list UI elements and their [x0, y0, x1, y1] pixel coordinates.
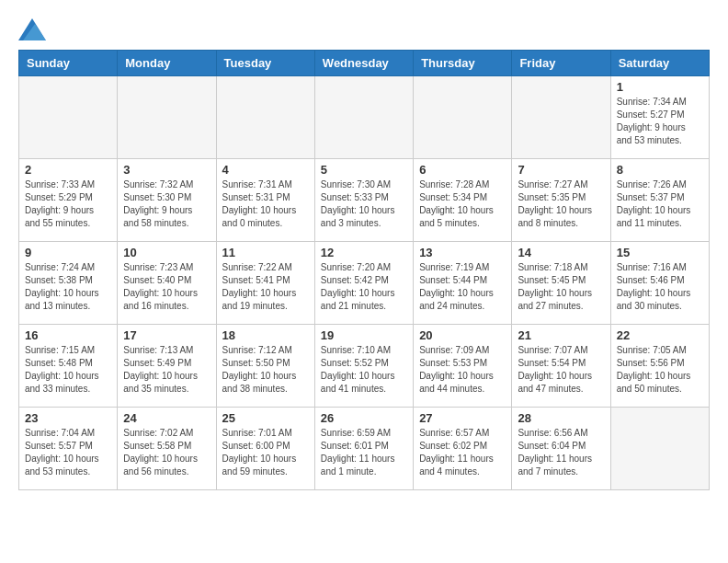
day-number: 7: [518, 163, 604, 177]
day-info: Sunrise: 7:20 AM Sunset: 5:42 PM Dayligh…: [321, 261, 407, 313]
day-info: Sunrise: 7:13 AM Sunset: 5:49 PM Dayligh…: [123, 344, 210, 396]
day-number: 13: [419, 246, 506, 259]
calendar-cell: 24Sunrise: 7:02 AM Sunset: 5:58 PM Dayli…: [118, 408, 216, 490]
page-header: [18, 18, 710, 40]
calendar-cell: 19Sunrise: 7:10 AM Sunset: 5:52 PM Dayli…: [314, 325, 413, 408]
calendar-cell: 6Sunrise: 7:28 AM Sunset: 5:34 PM Daylig…: [414, 159, 512, 242]
day-number: 26: [321, 411, 407, 425]
calendar-cell: 25Sunrise: 7:01 AM Sunset: 6:00 PM Dayli…: [216, 408, 314, 490]
week-row-3: 9Sunrise: 7:24 AM Sunset: 5:38 PM Daylig…: [19, 242, 710, 325]
day-number: 28: [518, 411, 604, 425]
day-info: Sunrise: 7:31 AM Sunset: 5:31 PM Dayligh…: [222, 178, 309, 230]
day-number: 4: [222, 163, 309, 177]
day-number: 24: [123, 411, 210, 425]
calendar-cell: [314, 76, 413, 159]
calendar-cell: 26Sunrise: 6:59 AM Sunset: 6:01 PM Dayli…: [314, 408, 413, 490]
week-row-5: 23Sunrise: 7:04 AM Sunset: 5:57 PM Dayli…: [19, 408, 710, 490]
calendar-cell: 10Sunrise: 7:23 AM Sunset: 5:40 PM Dayli…: [118, 242, 216, 325]
day-info: Sunrise: 7:19 AM Sunset: 5:44 PM Dayligh…: [419, 261, 506, 313]
calendar-cell: 7Sunrise: 7:27 AM Sunset: 5:35 PM Daylig…: [512, 159, 610, 242]
day-info: Sunrise: 7:09 AM Sunset: 5:53 PM Dayligh…: [419, 344, 506, 396]
day-info: Sunrise: 7:33 AM Sunset: 5:29 PM Dayligh…: [25, 178, 111, 230]
day-info: Sunrise: 7:02 AM Sunset: 5:58 PM Dayligh…: [123, 427, 210, 478]
calendar-cell: 12Sunrise: 7:20 AM Sunset: 5:42 PM Dayli…: [314, 242, 413, 325]
calendar-cell: 28Sunrise: 6:56 AM Sunset: 6:04 PM Dayli…: [512, 408, 610, 490]
calendar-header: SundayMondayTuesdayWednesdayThursdayFrid…: [19, 51, 710, 76]
day-info: Sunrise: 7:04 AM Sunset: 5:57 PM Dayligh…: [25, 427, 111, 478]
day-number: 6: [419, 163, 506, 177]
day-number: 10: [123, 246, 210, 259]
day-info: Sunrise: 7:24 AM Sunset: 5:38 PM Dayligh…: [25, 261, 111, 313]
calendar-cell: 23Sunrise: 7:04 AM Sunset: 5:57 PM Dayli…: [19, 408, 118, 490]
calendar-cell: 15Sunrise: 7:16 AM Sunset: 5:46 PM Dayli…: [610, 242, 709, 325]
calendar-cell: 9Sunrise: 7:24 AM Sunset: 5:38 PM Daylig…: [19, 242, 118, 325]
day-number: 8: [617, 163, 703, 177]
calendar-cell: 13Sunrise: 7:19 AM Sunset: 5:44 PM Dayli…: [414, 242, 512, 325]
day-info: Sunrise: 7:30 AM Sunset: 5:33 PM Dayligh…: [321, 178, 407, 230]
calendar-cell: 4Sunrise: 7:31 AM Sunset: 5:31 PM Daylig…: [216, 159, 314, 242]
day-number: 27: [419, 411, 506, 425]
calendar-cell: [414, 76, 512, 159]
calendar-cell: 14Sunrise: 7:18 AM Sunset: 5:45 PM Dayli…: [512, 242, 610, 325]
week-row-4: 16Sunrise: 7:15 AM Sunset: 5:48 PM Dayli…: [19, 325, 710, 408]
calendar-cell: 3Sunrise: 7:32 AM Sunset: 5:30 PM Daylig…: [118, 159, 216, 242]
logo: [18, 18, 50, 40]
weekday-monday: Monday: [118, 51, 216, 76]
week-row-2: 2Sunrise: 7:33 AM Sunset: 5:29 PM Daylig…: [19, 159, 710, 242]
calendar-cell: 27Sunrise: 6:57 AM Sunset: 6:02 PM Dayli…: [414, 408, 512, 490]
calendar-cell: 22Sunrise: 7:05 AM Sunset: 5:56 PM Dayli…: [610, 325, 709, 408]
calendar-cell: 20Sunrise: 7:09 AM Sunset: 5:53 PM Dayli…: [414, 325, 512, 408]
calendar-cell: 8Sunrise: 7:26 AM Sunset: 5:37 PM Daylig…: [610, 159, 709, 242]
day-number: 11: [222, 246, 309, 259]
day-number: 22: [617, 328, 703, 342]
logo-icon: [18, 18, 46, 40]
calendar-cell: 11Sunrise: 7:22 AM Sunset: 5:41 PM Dayli…: [216, 242, 314, 325]
day-number: 25: [222, 411, 309, 425]
day-number: 3: [123, 163, 210, 177]
day-info: Sunrise: 7:15 AM Sunset: 5:48 PM Dayligh…: [25, 344, 111, 396]
calendar-cell: 21Sunrise: 7:07 AM Sunset: 5:54 PM Dayli…: [512, 325, 610, 408]
calendar-cell: 2Sunrise: 7:33 AM Sunset: 5:29 PM Daylig…: [19, 159, 118, 242]
day-info: Sunrise: 7:01 AM Sunset: 6:00 PM Dayligh…: [222, 427, 309, 478]
day-number: 12: [321, 246, 407, 259]
calendar-body: 1Sunrise: 7:34 AM Sunset: 5:27 PM Daylig…: [19, 76, 710, 490]
day-info: Sunrise: 7:18 AM Sunset: 5:45 PM Dayligh…: [518, 261, 604, 313]
calendar-cell: 17Sunrise: 7:13 AM Sunset: 5:49 PM Dayli…: [118, 325, 216, 408]
day-info: Sunrise: 7:27 AM Sunset: 5:35 PM Dayligh…: [518, 178, 604, 230]
day-number: 18: [222, 328, 309, 342]
calendar-cell: [216, 76, 314, 159]
calendar-table: SundayMondayTuesdayWednesdayThursdayFrid…: [18, 50, 710, 490]
day-number: 21: [518, 328, 604, 342]
day-info: Sunrise: 6:57 AM Sunset: 6:02 PM Dayligh…: [419, 427, 506, 478]
day-info: Sunrise: 7:34 AM Sunset: 5:27 PM Dayligh…: [617, 96, 703, 147]
day-number: 15: [617, 246, 703, 259]
weekday-sunday: Sunday: [19, 51, 118, 76]
week-row-1: 1Sunrise: 7:34 AM Sunset: 5:27 PM Daylig…: [19, 76, 710, 159]
day-info: Sunrise: 7:16 AM Sunset: 5:46 PM Dayligh…: [617, 261, 703, 313]
weekday-tuesday: Tuesday: [216, 51, 314, 76]
day-info: Sunrise: 7:32 AM Sunset: 5:30 PM Dayligh…: [123, 178, 210, 230]
day-info: Sunrise: 7:26 AM Sunset: 5:37 PM Dayligh…: [617, 178, 703, 230]
calendar-cell: [19, 76, 118, 159]
calendar-cell: 18Sunrise: 7:12 AM Sunset: 5:50 PM Dayli…: [216, 325, 314, 408]
day-info: Sunrise: 6:59 AM Sunset: 6:01 PM Dayligh…: [321, 427, 407, 478]
day-info: Sunrise: 6:56 AM Sunset: 6:04 PM Dayligh…: [518, 427, 604, 478]
weekday-saturday: Saturday: [610, 51, 709, 76]
day-info: Sunrise: 7:22 AM Sunset: 5:41 PM Dayligh…: [222, 261, 309, 313]
day-info: Sunrise: 7:10 AM Sunset: 5:52 PM Dayligh…: [321, 344, 407, 396]
day-number: 2: [25, 163, 111, 177]
calendar-cell: 1Sunrise: 7:34 AM Sunset: 5:27 PM Daylig…: [610, 76, 709, 159]
day-number: 16: [25, 328, 111, 342]
weekday-friday: Friday: [512, 51, 610, 76]
day-number: 9: [25, 246, 111, 259]
calendar-cell: 5Sunrise: 7:30 AM Sunset: 5:33 PM Daylig…: [314, 159, 413, 242]
day-number: 20: [419, 328, 506, 342]
day-info: Sunrise: 7:23 AM Sunset: 5:40 PM Dayligh…: [123, 261, 210, 313]
day-info: Sunrise: 7:12 AM Sunset: 5:50 PM Dayligh…: [222, 344, 309, 396]
day-info: Sunrise: 7:07 AM Sunset: 5:54 PM Dayligh…: [518, 344, 604, 396]
weekday-header-row: SundayMondayTuesdayWednesdayThursdayFrid…: [19, 51, 710, 76]
day-info: Sunrise: 7:05 AM Sunset: 5:56 PM Dayligh…: [617, 344, 703, 396]
weekday-wednesday: Wednesday: [314, 51, 413, 76]
day-number: 17: [123, 328, 210, 342]
day-number: 23: [25, 411, 111, 425]
